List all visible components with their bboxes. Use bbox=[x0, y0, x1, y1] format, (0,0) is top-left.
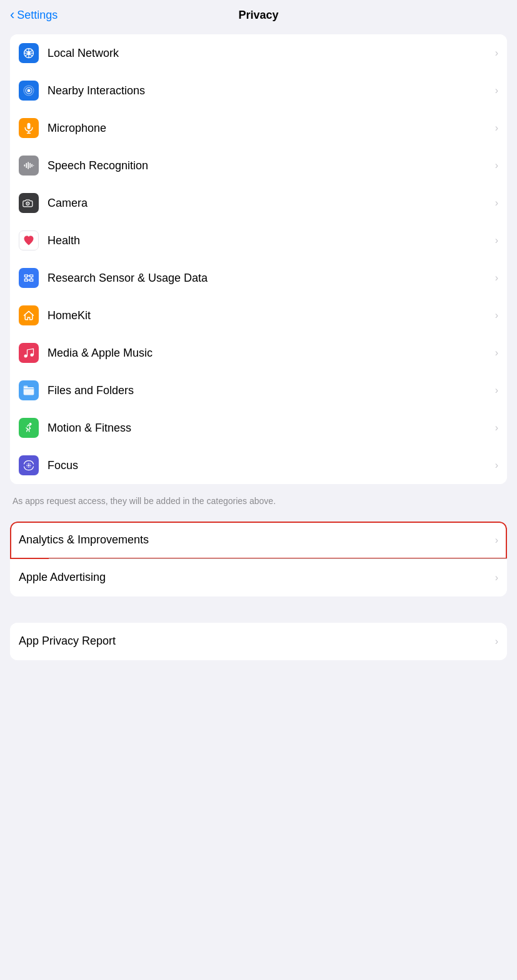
chevron-icon: › bbox=[495, 235, 498, 246]
row-nearby-interactions[interactable]: Nearby Interactions › bbox=[10, 72, 507, 109]
camera-icon bbox=[23, 197, 35, 209]
chevron-icon: › bbox=[495, 272, 498, 284]
row-speech-recognition[interactable]: Speech Recognition › bbox=[10, 147, 507, 184]
research-icon-wrap bbox=[19, 268, 39, 288]
svg-rect-20 bbox=[24, 387, 34, 395]
svg-rect-21 bbox=[24, 386, 28, 389]
chevron-icon: › bbox=[495, 347, 498, 359]
svg-point-18 bbox=[24, 355, 28, 358]
svg-point-17 bbox=[28, 203, 29, 204]
health-icon bbox=[23, 234, 35, 247]
main-settings-group: Local Network › Nearby Interactions › bbox=[10, 34, 507, 484]
analytics-label: Analytics & Improvements bbox=[19, 533, 491, 547]
chevron-icon: › bbox=[495, 122, 498, 134]
microphone-icon bbox=[23, 122, 35, 134]
svg-rect-7 bbox=[28, 123, 31, 129]
local-network-icon bbox=[23, 47, 35, 59]
row-focus[interactable]: Focus › bbox=[10, 447, 507, 484]
chevron-icon: › bbox=[495, 85, 498, 96]
motion-icon-wrap bbox=[19, 418, 39, 438]
microphone-label: Microphone bbox=[48, 122, 491, 135]
content-area: Local Network › Nearby Interactions › bbox=[0, 34, 517, 673]
research-sensor-label: Research Sensor & Usage Data bbox=[48, 272, 491, 285]
row-motion-fitness[interactable]: Motion & Fitness › bbox=[10, 409, 507, 447]
nearby-interactions-label: Nearby Interactions bbox=[48, 84, 491, 97]
analytics-section-group: Analytics & Improvements › Apple Adverti… bbox=[10, 522, 507, 596]
homekit-icon-wrap bbox=[19, 305, 39, 325]
row-microphone[interactable]: Microphone › bbox=[10, 109, 507, 147]
row-media-music[interactable]: Media & Apple Music › bbox=[10, 334, 507, 372]
chevron-icon: › bbox=[495, 160, 498, 171]
files-folders-label: Files and Folders bbox=[48, 384, 491, 397]
apple-advertising-label: Apple Advertising bbox=[19, 571, 491, 584]
svg-rect-13 bbox=[29, 163, 31, 168]
svg-rect-10 bbox=[24, 164, 26, 166]
app-privacy-report-group: App Privacy Report › bbox=[10, 623, 507, 660]
speech-recognition-icon bbox=[23, 159, 35, 172]
back-button[interactable]: ‹ Settings bbox=[10, 9, 58, 22]
camera-icon-wrap bbox=[19, 193, 39, 213]
svg-point-23 bbox=[28, 465, 30, 467]
focus-label: Focus bbox=[48, 459, 491, 472]
research-sensor-icon bbox=[23, 272, 35, 284]
motion-fitness-label: Motion & Fitness bbox=[48, 422, 491, 435]
svg-point-19 bbox=[31, 354, 34, 357]
svg-rect-15 bbox=[33, 165, 34, 166]
back-chevron-icon: ‹ bbox=[10, 8, 14, 22]
row-app-privacy-report[interactable]: App Privacy Report › bbox=[10, 623, 507, 660]
health-icon-wrap bbox=[19, 230, 39, 250]
row-homekit[interactable]: HomeKit › bbox=[10, 297, 507, 334]
focus-icon-wrap bbox=[19, 455, 39, 475]
row-health[interactable]: Health › bbox=[10, 222, 507, 259]
svg-point-4 bbox=[28, 89, 31, 92]
homekit-label: HomeKit bbox=[48, 309, 491, 322]
chevron-icon: › bbox=[495, 460, 498, 471]
chevron-icon: › bbox=[495, 535, 498, 546]
svg-rect-11 bbox=[26, 163, 27, 168]
row-research-sensor[interactable]: Research Sensor & Usage Data › bbox=[10, 259, 507, 297]
homekit-icon bbox=[23, 309, 35, 322]
chevron-icon: › bbox=[495, 47, 498, 59]
speech-recognition-label: Speech Recognition bbox=[48, 159, 491, 172]
files-icon bbox=[23, 384, 35, 397]
row-local-network[interactable]: Local Network › bbox=[10, 34, 507, 72]
camera-label: Camera bbox=[48, 197, 491, 210]
focus-icon bbox=[23, 459, 35, 472]
svg-rect-14 bbox=[31, 164, 33, 167]
nearby-icon bbox=[23, 84, 35, 97]
row-camera[interactable]: Camera › bbox=[10, 184, 507, 222]
local-network-icon-wrap bbox=[19, 43, 39, 63]
music-icon bbox=[23, 347, 35, 359]
chevron-icon: › bbox=[495, 385, 498, 396]
nearby-icon-wrap bbox=[19, 81, 39, 101]
microphone-icon-wrap bbox=[19, 118, 39, 138]
page-title: Privacy bbox=[238, 9, 278, 22]
chevron-icon: › bbox=[495, 572, 498, 583]
row-files-folders[interactable]: Files and Folders › bbox=[10, 372, 507, 409]
chevron-icon: › bbox=[495, 310, 498, 321]
local-network-label: Local Network bbox=[48, 47, 491, 60]
back-label: Settings bbox=[17, 9, 58, 22]
chevron-icon: › bbox=[495, 636, 498, 647]
svg-rect-12 bbox=[28, 162, 29, 169]
footer-note: As apps request access, they will be add… bbox=[0, 490, 517, 518]
files-icon-wrap bbox=[19, 380, 39, 400]
chevron-icon: › bbox=[495, 197, 498, 209]
chevron-icon: › bbox=[495, 422, 498, 433]
speech-icon-wrap bbox=[19, 156, 39, 176]
app-privacy-report-label: App Privacy Report bbox=[19, 635, 491, 648]
music-icon-wrap bbox=[19, 343, 39, 363]
health-label: Health bbox=[48, 234, 491, 247]
navigation-bar: ‹ Settings Privacy bbox=[0, 0, 517, 28]
row-analytics[interactable]: Analytics & Improvements › bbox=[10, 522, 507, 559]
media-music-label: Media & Apple Music bbox=[48, 347, 491, 360]
row-apple-advertising[interactable]: Apple Advertising › bbox=[10, 559, 507, 596]
motion-fitness-icon bbox=[23, 422, 35, 434]
